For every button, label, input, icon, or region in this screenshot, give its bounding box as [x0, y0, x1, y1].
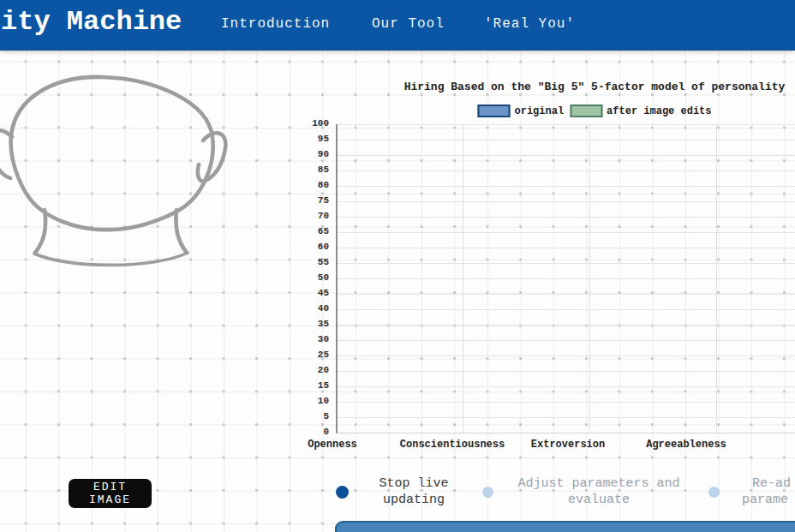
h-gridline	[338, 170, 795, 171]
y-tick-label: 0	[284, 427, 329, 437]
x-tick-label-openness: Openness	[308, 439, 357, 451]
h-gridline	[338, 232, 795, 233]
y-tick-label: 60	[284, 242, 329, 252]
y-tick-label: 25	[284, 350, 329, 360]
y-tick-label: 40	[284, 303, 329, 314]
h-gridline	[338, 417, 795, 418]
h-gridline	[338, 386, 795, 387]
stepper-dot-3[interactable]	[708, 487, 720, 498]
bottom-action-button[interactable]	[335, 521, 795, 532]
collar-line	[34, 253, 188, 265]
h-gridline	[338, 124, 795, 125]
chart-legend: originalafter image edits	[477, 105, 711, 117]
stepper-label-3-line2: parame	[742, 493, 788, 507]
y-tick-label: 95	[284, 134, 329, 144]
header: ity Machine IntroductionOur Tool'Real Yo…	[0, 0, 795, 50]
legend-swatch-icon	[477, 105, 510, 117]
neck-right	[176, 210, 187, 253]
nav-item-realyou[interactable]: 'Real You'	[484, 16, 575, 32]
v-gridline	[463, 124, 463, 433]
stepper-label-1: Stop liveupdating	[379, 475, 448, 508]
h-gridline	[338, 201, 795, 202]
y-tick-label: 100	[284, 118, 329, 129]
head-outline	[11, 77, 213, 230]
h-gridline	[338, 356, 795, 356]
y-tick-label: 10	[284, 396, 329, 406]
h-gridline	[338, 309, 795, 310]
h-gridline	[338, 371, 795, 372]
y-tick-label: 65	[284, 226, 329, 236]
h-gridline	[338, 340, 795, 341]
legend-item: original	[477, 105, 564, 117]
legend-label: after image edits	[607, 105, 711, 117]
chart-title: Hiring Based on the "Big 5" 5-factor mod…	[404, 81, 786, 93]
y-tick-label: 35	[284, 319, 329, 329]
h-gridline	[338, 217, 795, 218]
h-gridline	[338, 325, 795, 326]
v-gridline	[589, 124, 590, 433]
neck-left	[35, 210, 45, 253]
x-tick-label-agreeableness: Agreeableness	[646, 439, 726, 451]
y-tick-label: 80	[284, 180, 329, 190]
y-tick-label: 90	[284, 149, 329, 159]
h-gridline	[338, 140, 795, 140]
y-tick-label: 20	[284, 365, 329, 375]
y-tick-label: 70	[284, 211, 329, 221]
chart-plot-area	[336, 124, 795, 433]
x-tick-label-extroversion: Extroversion	[531, 439, 605, 451]
stepper-label-2: Adjust parameters andevaluate	[517, 475, 679, 508]
nav-item-introduction[interactable]: Introduction	[221, 16, 330, 32]
y-tick-label: 30	[284, 334, 329, 344]
y-tick-label: 5	[284, 411, 329, 421]
stepper-label-3-line1: Re-ad	[752, 476, 791, 491]
legend-item: after image edits	[570, 105, 711, 117]
x-tick-label-conscientiousness: Conscientiousness	[400, 439, 505, 451]
h-gridline	[338, 278, 795, 279]
h-gridline	[338, 248, 795, 248]
stepper-dot-2[interactable]	[482, 487, 493, 498]
site-title: ity Machine	[1, 6, 182, 38]
legend-swatch-icon	[570, 105, 602, 117]
y-tick-label: 85	[284, 164, 329, 175]
y-tick-label: 45	[284, 288, 329, 298]
y-tick-label: 55	[284, 257, 329, 267]
h-gridline	[338, 263, 795, 264]
y-tick-label: 15	[284, 380, 329, 391]
head-sketch-image	[0, 69, 247, 278]
nav-item-ourtool[interactable]: Our Tool	[372, 16, 445, 32]
legend-label: original	[514, 105, 564, 117]
stepper-dot-1[interactable]	[336, 486, 349, 499]
h-gridline	[338, 155, 795, 156]
v-gridline	[716, 124, 717, 433]
y-tick-label: 50	[284, 272, 329, 283]
h-gridline	[338, 186, 795, 187]
edit-image-button[interactable]: EDIT IMAGE	[69, 479, 152, 508]
h-gridline	[338, 294, 795, 295]
h-gridline	[338, 402, 795, 403]
y-tick-label: 75	[284, 195, 329, 206]
